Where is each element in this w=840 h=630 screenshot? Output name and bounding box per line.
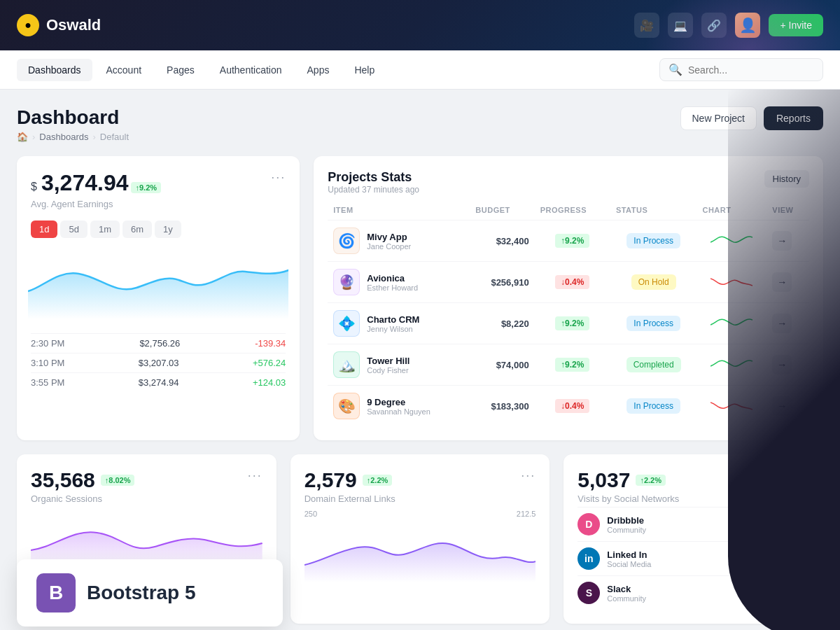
social-badge-0: ↑2.6%	[779, 519, 809, 530]
nav-help[interactable]: Help	[343, 59, 386, 81]
filter-1d[interactable]: 1d	[31, 220, 57, 238]
table-row: 🎨 9 Degree Savannah Nguyen $183,300 ↓0.4…	[328, 386, 809, 427]
table-header-row: ITEM BUDGET PROGRESS STATUS CHART VIEW	[328, 203, 809, 220]
proj-icon-4: 🎨	[333, 393, 360, 419]
share-icon-btn[interactable]: 🔗	[701, 13, 727, 38]
col-chart: CHART	[696, 203, 766, 220]
nav-right: 🎥 💻 🔗 👤 + Invite	[634, 13, 823, 38]
page-content: Dashboard 🏠 › Dashboards › Default New P…	[0, 90, 840, 630]
proj-goto-0[interactable]: →	[772, 231, 792, 251]
secondary-nav: Dashboards Account Pages Authentication …	[0, 50, 840, 90]
new-project-button[interactable]: New Project	[680, 106, 757, 130]
proj-view-0: →	[766, 220, 809, 262]
page-actions: New Project Reports	[680, 106, 824, 130]
invite-button[interactable]: + Invite	[769, 14, 823, 36]
projects-title: Projects Stats	[328, 170, 419, 185]
social-type-2: Community	[607, 594, 646, 603]
domain-amount-area: 2,579 ↑2.2% Domain External Links	[304, 468, 396, 504]
proj-goto-4[interactable]: →	[772, 396, 792, 416]
proj-icon-1: 🔮	[333, 269, 360, 295]
proj-person-1: Esther Howard	[367, 284, 418, 292]
proj-info-4: 9 Degree Savannah Nguyen	[367, 397, 430, 416]
proj-goto-2[interactable]: →	[772, 314, 792, 333]
camera-icon-btn[interactable]: 🎥	[634, 13, 659, 38]
social-badge: ↑2.2%	[636, 475, 666, 486]
col-item: ITEM	[328, 203, 470, 220]
social-more-btn[interactable]: ···	[794, 468, 809, 483]
domain-more-btn[interactable]: ···	[521, 468, 536, 483]
organic-more-btn[interactable]: ···	[248, 468, 262, 483]
filter-6m[interactable]: 6m	[122, 220, 152, 238]
domain-label: Domain External Links	[304, 493, 396, 504]
reports-button[interactable]: Reports	[764, 106, 823, 130]
avatar[interactable]: 👤	[735, 13, 760, 38]
earnings-table: 2:30 PM $2,756.26 -139.34 3:10 PM $3,207…	[31, 333, 286, 392]
social-left-0: D Dribbble Community	[578, 513, 646, 536]
col-status: STATUS	[610, 203, 697, 220]
proj-name-1: Avionica	[367, 273, 418, 284]
nav-authentication[interactable]: Authentication	[209, 59, 293, 81]
proj-budget-4: $183,300	[470, 386, 534, 427]
social-icon-0: D	[578, 513, 600, 536]
filter-5d[interactable]: 5d	[60, 220, 87, 238]
proj-status-2: In Process	[610, 303, 697, 344]
organic-amount-row: 35,568 ↑8.02%	[31, 468, 134, 492]
proj-progress-0: ↑9.2%	[535, 220, 610, 262]
proj-name-4: 9 Degree	[367, 397, 430, 407]
projects-title-area: Projects Stats Updated 37 minutes ago	[328, 170, 419, 195]
search-icon: 🔍	[668, 63, 682, 76]
proj-item-cell-4: 🎨 9 Degree Savannah Nguyen	[328, 386, 470, 427]
page-title-area: Dashboard 🏠 › Dashboards › Default	[17, 106, 129, 142]
history-button[interactable]: History	[764, 170, 809, 188]
proj-info-1: Avionica Esther Howard	[367, 273, 418, 292]
home-icon: 🏠	[17, 132, 28, 142]
social-count-0: 579	[756, 519, 772, 530]
earnings-amount-row: $ 3,274.94 ↑9.2%	[31, 170, 161, 196]
organic-badge: ↑8.02%	[101, 475, 135, 486]
chart-label-2125: 212.5	[517, 510, 536, 518]
social-item-0: D Dribbble Community 579 ↑2.6%	[578, 507, 809, 541]
social-right-1: 1,088 ↓0.4%	[748, 553, 809, 564]
search-input[interactable]	[688, 64, 814, 76]
earnings-row-3: 3:55 PM $3,274.94 +124.03	[31, 372, 286, 392]
proj-icon-2: 💠	[333, 310, 360, 337]
proj-person-4: Savannah Nguyen	[367, 407, 430, 416]
change-2: +576.24	[253, 358, 286, 368]
proj-goto-3[interactable]: →	[772, 355, 792, 374]
projects-card: Projects Stats Updated 37 minutes ago Hi…	[314, 156, 823, 440]
proj-item-cell-2: 💠 Charto CRM Jenny Wilson	[328, 303, 470, 344]
nav-pages[interactable]: Pages	[155, 59, 206, 81]
proj-goto-1[interactable]: →	[772, 272, 792, 292]
organic-value: 35,568	[31, 468, 95, 492]
earnings-label: Avg. Agent Earnings	[31, 199, 161, 209]
top-grid: $ 3,274.94 ↑9.2% Avg. Agent Earnings ···…	[17, 156, 823, 440]
proj-status-1: On Hold	[610, 262, 697, 303]
social-header: 5,037 ↑2.2% Visits by Social Networks ··…	[578, 468, 809, 504]
table-row: 🔮 Avionica Esther Howard $256,910 ↓0.4% …	[328, 262, 809, 303]
proj-person-0: Jane Cooper	[367, 242, 411, 251]
proj-status-0: In Process	[610, 220, 697, 262]
amount-2: $3,207.03	[139, 358, 179, 368]
projects-updated: Updated 37 minutes ago	[328, 185, 419, 195]
nav-apps[interactable]: Apps	[296, 59, 341, 81]
social-amount-area: 5,037 ↑2.2% Visits by Social Networks	[578, 468, 679, 504]
social-name-0: Dribbble	[607, 515, 646, 526]
earnings-row-1: 2:30 PM $2,756.26 -139.34	[31, 333, 286, 353]
social-type-1: Social Media	[607, 560, 651, 568]
time-3: 3:55 PM	[31, 377, 64, 388]
proj-icon-3: 🏔️	[333, 351, 360, 378]
social-label: Visits by Social Networks	[578, 493, 679, 504]
proj-item-cell-0: 🌀 Mivy App Jane Cooper	[328, 220, 470, 262]
nav-dashboards[interactable]: Dashboards	[17, 59, 92, 81]
filter-1m[interactable]: 1m	[90, 220, 120, 238]
domain-card: 2,579 ↑2.2% Domain External Links ··· 25…	[290, 454, 550, 624]
nav-account[interactable]: Account	[95, 59, 153, 81]
proj-chart-1	[696, 262, 766, 303]
monitor-icon-btn[interactable]: 💻	[668, 13, 693, 38]
proj-view-1: →	[766, 262, 809, 303]
domain-header: 2,579 ↑2.2% Domain External Links ···	[304, 468, 536, 504]
proj-chart-0	[696, 220, 766, 262]
earnings-more-btn[interactable]: ···	[271, 170, 286, 185]
bootstrap-icon: B	[36, 573, 76, 612]
filter-1y[interactable]: 1y	[155, 220, 181, 238]
